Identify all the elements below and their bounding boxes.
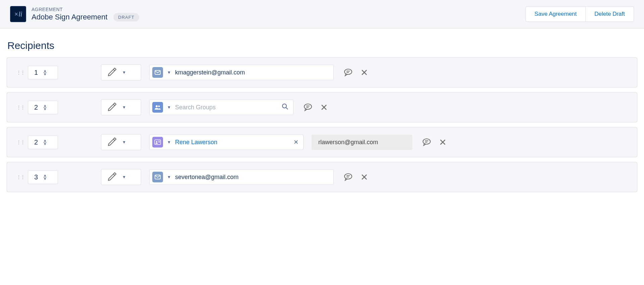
type-caret-down-icon[interactable]: ▼ (167, 105, 171, 110)
order-number: 1 (32, 69, 38, 76)
signer-pen-icon (107, 172, 117, 182)
email-type-icon (152, 172, 163, 182)
order-number: 2 (32, 104, 38, 111)
caret-down-icon: ▼ (122, 105, 126, 110)
recipient-contact-name[interactable]: Rene Lawerson (175, 139, 289, 146)
svg-point-8 (282, 104, 286, 108)
drag-handle-icon[interactable]: ⋮⋮ (16, 105, 20, 110)
row-actions (344, 173, 368, 181)
row-actions (304, 103, 328, 111)
svg-point-16 (156, 141, 157, 142)
svg-line-9 (286, 108, 288, 109)
role-select[interactable]: ▼ (101, 169, 141, 185)
header-actions: Save Agreement Delete Draft (526, 6, 634, 22)
recipient-row: ⋮⋮ 1 ▲▼ ▼ ▼ kmaggerstein@gmail.com (7, 57, 637, 88)
recipient-row: ⋮⋮ 2 ▲▼ ▼ ▼ Search Groups (7, 92, 637, 122)
remove-recipient-icon[interactable] (361, 173, 368, 181)
recipient-contact-lookup[interactable]: ▼ Rene Lawerson ✕ (149, 134, 304, 150)
recipient-email-value: severtonea@gmail.com (175, 174, 329, 181)
row-actions (422, 138, 446, 146)
svg-point-1 (344, 69, 352, 74)
contact-type-icon (152, 137, 163, 148)
stepper-arrows-icon[interactable]: ▲▼ (43, 174, 47, 180)
stepper-arrows-icon[interactable]: ▲▼ (43, 69, 47, 76)
recipient-group-search[interactable]: ▼ Search Groups (149, 100, 293, 115)
signer-pen-icon (107, 67, 117, 77)
recipient-row: ⋮⋮ 2 ▲▼ ▼ ▼ Rene Lawerson ✕ rlawerson@gm… (7, 127, 637, 157)
message-icon[interactable] (422, 138, 431, 146)
recipient-resolved-email: rlawerson@gmail.com (312, 135, 412, 150)
stepper-arrows-icon[interactable]: ▲▼ (43, 139, 47, 146)
order-stepper[interactable]: 2 ▲▼ (28, 135, 58, 149)
svg-point-19 (423, 139, 430, 144)
remove-recipient-icon[interactable] (320, 104, 328, 111)
email-type-icon (152, 67, 163, 78)
row-actions (344, 68, 368, 76)
recipient-email-value: kmaggerstein@gmail.com (175, 69, 329, 76)
order-stepper[interactable]: 2 ▲▼ (28, 101, 58, 114)
svg-point-6 (156, 105, 158, 107)
stepper-arrows-icon[interactable]: ▲▼ (43, 104, 47, 111)
delete-draft-button[interactable]: Delete Draft (586, 6, 634, 22)
clear-contact-icon[interactable]: ✕ (293, 138, 299, 146)
remove-recipient-icon[interactable] (439, 138, 446, 146)
drag-handle-icon[interactable]: ⋮⋮ (16, 70, 20, 75)
order-number: 2 (32, 138, 38, 146)
drag-handle-icon[interactable]: ⋮⋮ (16, 139, 20, 145)
role-select[interactable]: ▼ (101, 64, 141, 80)
caret-down-icon: ▼ (122, 175, 126, 179)
search-icon[interactable] (282, 103, 288, 111)
order-stepper[interactable]: 1 ▲▼ (28, 66, 58, 79)
role-select[interactable]: ▼ (101, 99, 141, 115)
order-number: 3 (32, 173, 38, 181)
page-title: Adobe Sign Agreement (32, 13, 107, 21)
save-agreement-button[interactable]: Save Agreement (526, 6, 586, 22)
status-badge: DRAFT (113, 13, 139, 21)
svg-point-7 (158, 106, 160, 107)
type-caret-down-icon[interactable]: ▼ (167, 140, 171, 145)
header-titles: AGREEMENT Adobe Sign Agreement DRAFT (32, 7, 139, 21)
caret-down-icon: ▼ (122, 140, 126, 145)
type-caret-down-icon[interactable]: ▼ (167, 70, 171, 75)
group-search-placeholder: Search Groups (175, 104, 278, 111)
svg-point-10 (304, 104, 312, 109)
message-icon[interactable] (344, 173, 353, 181)
svg-point-25 (344, 174, 352, 179)
section-title: Recipients (7, 40, 637, 51)
signer-pen-icon (107, 102, 117, 112)
adobe-sign-app-icon: ×li (10, 6, 26, 22)
signer-pen-icon (107, 137, 117, 147)
order-stepper[interactable]: 3 ▲▼ (28, 170, 58, 184)
header-eyebrow: AGREEMENT (32, 7, 139, 12)
recipient-row: ⋮⋮ 3 ▲▼ ▼ ▼ severtonea@gmail.com (7, 162, 637, 192)
message-icon[interactable] (304, 103, 312, 111)
header-left: ×li AGREEMENT Adobe Sign Agreement DRAFT (10, 6, 139, 22)
remove-recipient-icon[interactable] (361, 69, 368, 76)
header-title-row: Adobe Sign Agreement DRAFT (32, 13, 139, 21)
type-caret-down-icon[interactable]: ▼ (167, 175, 171, 179)
role-select[interactable]: ▼ (101, 134, 141, 150)
recipient-input[interactable]: ▼ kmaggerstein@gmail.com (149, 65, 334, 80)
caret-down-icon: ▼ (122, 70, 126, 75)
message-icon[interactable] (344, 68, 353, 76)
drag-handle-icon[interactable]: ⋮⋮ (16, 174, 20, 180)
recipients-section: Recipients ⋮⋮ 1 ▲▼ ▼ ▼ kmaggerstein@gmai… (0, 28, 644, 192)
page-header: ×li AGREEMENT Adobe Sign Agreement DRAFT… (0, 0, 644, 28)
recipient-input[interactable]: ▼ severtonea@gmail.com (149, 169, 334, 185)
group-type-icon (152, 102, 163, 113)
